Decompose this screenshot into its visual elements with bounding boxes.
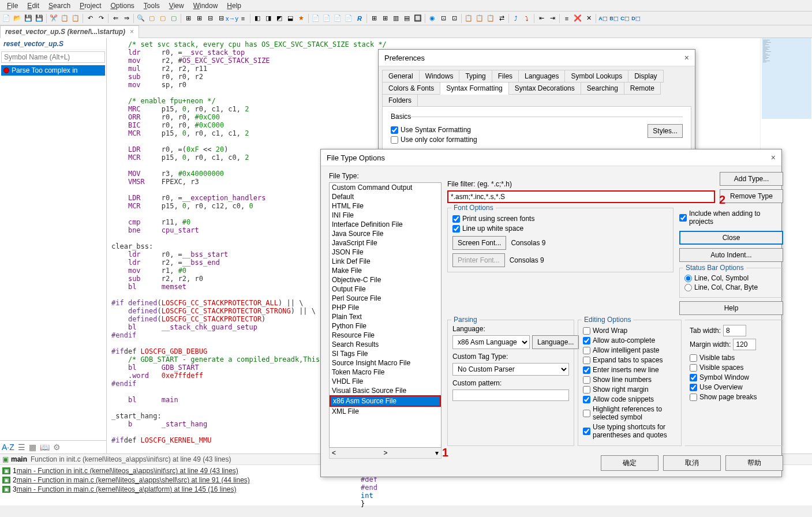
prefs-tab[interactable]: Display xyxy=(628,70,663,83)
file-type-item[interactable]: HTML File xyxy=(330,201,441,211)
tb-icon[interactable]: A⬚ xyxy=(598,13,608,24)
tb-icon[interactable]: x→y xyxy=(227,13,237,24)
tb-icon[interactable]: ⊞ xyxy=(380,13,390,24)
file-type-item[interactable]: Plain Text xyxy=(330,312,441,321)
file-type-item[interactable]: x86 Asm Source File xyxy=(330,395,441,407)
tb-icon[interactable]: ≡ xyxy=(562,13,572,24)
prefs-tab[interactable]: Symbol Lookups xyxy=(564,70,628,83)
menu-view[interactable]: View xyxy=(164,1,189,11)
tb-icon[interactable]: ✕ xyxy=(583,13,594,24)
file-type-item[interactable]: Interface Definition File xyxy=(330,220,441,229)
prefs-tab[interactable]: Languages xyxy=(518,70,565,83)
tb-icon[interactable]: C⬚ xyxy=(620,13,630,24)
tb-icon[interactable]: ▢ xyxy=(158,13,168,24)
tb-icon[interactable]: ▥ xyxy=(391,13,401,24)
tb-icon[interactable]: 🔲 xyxy=(413,13,423,24)
tb-icon[interactable]: 📄 xyxy=(321,13,332,24)
menu-tools[interactable]: Tools xyxy=(139,1,164,11)
visible-tabs-checkbox[interactable] xyxy=(690,354,697,362)
file-type-item[interactable]: Custom Command Output xyxy=(330,183,441,192)
sort-az-icon[interactable]: A·Z xyxy=(2,443,14,452)
file-type-item[interactable]: Default xyxy=(330,192,441,201)
margin-width-input[interactable] xyxy=(733,339,756,350)
tb-icon[interactable]: ⇥ xyxy=(547,13,557,24)
menu-project[interactable]: Project xyxy=(75,1,106,11)
use-overview-checkbox[interactable] xyxy=(690,384,697,391)
symbol-window-checkbox[interactable] xyxy=(690,374,697,381)
menu-search[interactable]: Search xyxy=(44,1,75,11)
custom-pattern-input[interactable] xyxy=(452,389,569,401)
listbox-scrollbar[interactable]: <>▾ xyxy=(329,448,441,459)
tb-icon[interactable]: 📄 xyxy=(343,13,354,24)
cancel-button[interactable]: 取消 xyxy=(663,455,721,471)
enter-newline-checkbox[interactable] xyxy=(583,366,590,374)
tb-icon[interactable]: ◨ xyxy=(263,13,274,24)
prefs-tab[interactable]: Files xyxy=(492,70,519,83)
reference-row[interactable]: ▣3 main - Function in main.c (kernel\lit… xyxy=(2,485,810,494)
visible-spaces-checkbox[interactable] xyxy=(690,364,697,372)
tb-icon[interactable]: ◉ xyxy=(427,13,437,24)
tb-icon[interactable]: 📋 xyxy=(474,13,485,24)
intellipaste-checkbox[interactable] xyxy=(583,347,590,354)
menu-window[interactable]: Window xyxy=(189,1,223,11)
prefs-tab[interactable]: Typing xyxy=(459,70,492,83)
tb-copy-icon[interactable]: 📋 xyxy=(59,13,70,24)
file-type-item[interactable]: PHP File xyxy=(330,303,441,312)
include-projects-checkbox[interactable] xyxy=(679,214,687,222)
tb-icon[interactable]: ◧ xyxy=(252,13,263,24)
file-type-item[interactable]: Visual Basic Source File xyxy=(330,386,441,395)
tb-icon[interactable]: B⬚ xyxy=(609,13,619,24)
auto-indent-button[interactable]: Auto Indent... xyxy=(679,248,783,262)
menu-help[interactable]: Help xyxy=(222,1,246,11)
tree-icon[interactable]: ☰ xyxy=(18,443,25,452)
tb-icon[interactable]: ▢ xyxy=(169,13,179,24)
file-type-item[interactable]: JSON File xyxy=(330,248,441,257)
book-icon[interactable]: 📖 xyxy=(40,443,50,452)
tb-icon[interactable]: ⇄ xyxy=(496,13,507,24)
tb-icon[interactable]: ⤴ xyxy=(511,13,521,24)
file-type-listbox[interactable]: Custom Command OutputDefaultHTML FileINI… xyxy=(329,182,441,448)
typing-shortcuts-checkbox[interactable] xyxy=(583,428,590,435)
close-button[interactable]: Close xyxy=(679,231,783,245)
menu-options[interactable]: Options xyxy=(106,1,139,11)
file-type-item[interactable]: VHDL File xyxy=(330,377,441,386)
tb-icon[interactable]: ▢ xyxy=(147,13,157,24)
grid-icon[interactable]: ▦ xyxy=(29,443,36,452)
tb-icon[interactable]: ⊞ xyxy=(369,13,379,24)
sidebar-symbol-item[interactable]: Parse Too complex in xyxy=(1,65,105,76)
use-syntax-checkbox[interactable] xyxy=(391,126,398,134)
tb-icon[interactable]: ⤵ xyxy=(522,13,532,24)
tb-paste-icon[interactable]: 📋 xyxy=(70,13,81,24)
tb-icon[interactable]: D⬚ xyxy=(631,13,641,24)
tb-icon[interactable]: ≡ xyxy=(238,13,248,24)
tb-cut-icon[interactable]: ✂️ xyxy=(48,13,59,24)
tb-saveall-icon[interactable]: 💾 xyxy=(34,13,44,24)
lineup-whitespace-checkbox[interactable] xyxy=(452,225,460,233)
rightmargin-checkbox[interactable] xyxy=(583,386,590,394)
menu-edit[interactable]: Edit xyxy=(23,1,44,11)
tb-icon[interactable]: ★ xyxy=(296,13,306,24)
tb-open-icon[interactable]: 📂 xyxy=(12,13,23,24)
close-icon[interactable]: × xyxy=(684,53,689,62)
tb-icon[interactable]: ⊡ xyxy=(449,13,459,24)
prefs-tab[interactable]: Folders xyxy=(382,94,418,107)
file-type-item[interactable]: Resource File xyxy=(330,331,441,340)
only-color-checkbox[interactable] xyxy=(391,136,398,144)
file-type-item[interactable]: Search Results xyxy=(330,340,441,349)
file-type-item[interactable]: Source Insight Macro File xyxy=(330,358,441,368)
prefs-tab[interactable]: Windows xyxy=(419,70,460,83)
tb-icon[interactable]: ⊟ xyxy=(216,13,226,24)
file-tab[interactable]: reset_vector_up.S (kernel\...\startup) × xyxy=(0,25,139,38)
gear-icon[interactable]: ⚙ xyxy=(53,443,61,452)
language-select[interactable]: x86 Asm Language xyxy=(452,335,530,349)
tb-icon[interactable]: ⊞ xyxy=(194,13,204,24)
prefs-tab[interactable]: Syntax Decorations xyxy=(508,82,581,95)
file-type-item[interactable]: XML File xyxy=(330,407,441,416)
tb-icon[interactable]: R xyxy=(354,13,365,24)
tb-icon[interactable]: 📄 xyxy=(310,13,321,24)
file-filter-input[interactable] xyxy=(447,190,715,203)
ok-button[interactable]: 确定 xyxy=(601,455,658,471)
tb-save-icon[interactable]: 💾 xyxy=(23,13,33,24)
language-button[interactable]: Language... xyxy=(532,335,579,349)
prefs-tab[interactable]: Remote xyxy=(624,82,661,95)
